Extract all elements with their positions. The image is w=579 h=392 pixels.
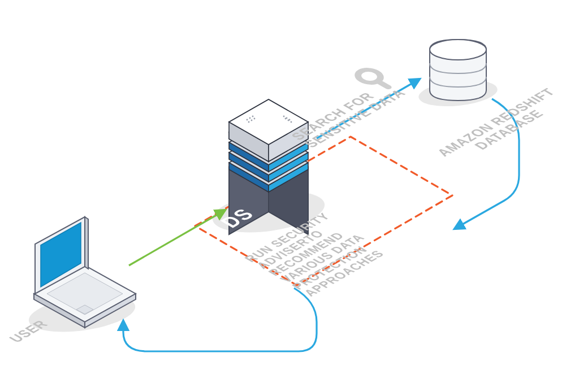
architecture-diagram: USER DS SEARCH FOR SENSITIVE DATA AMAZON… [0, 0, 579, 392]
arrow-user-to-server [129, 210, 225, 265]
database-icon [430, 40, 486, 101]
diagram-canvas [0, 0, 579, 392]
svg-point-12 [283, 116, 285, 117]
svg-point-2 [430, 40, 486, 60]
svg-point-7 [251, 120, 253, 121]
svg-point-3 [247, 119, 248, 121]
arrow-advice-to-user [123, 288, 317, 351]
svg-point-11 [291, 121, 292, 123]
svg-point-13 [286, 117, 288, 119]
svg-point-14 [289, 119, 291, 121]
svg-point-8 [254, 118, 256, 120]
svg-point-5 [252, 116, 254, 117]
svg-point-4 [249, 117, 251, 119]
svg-point-6 [248, 121, 250, 123]
